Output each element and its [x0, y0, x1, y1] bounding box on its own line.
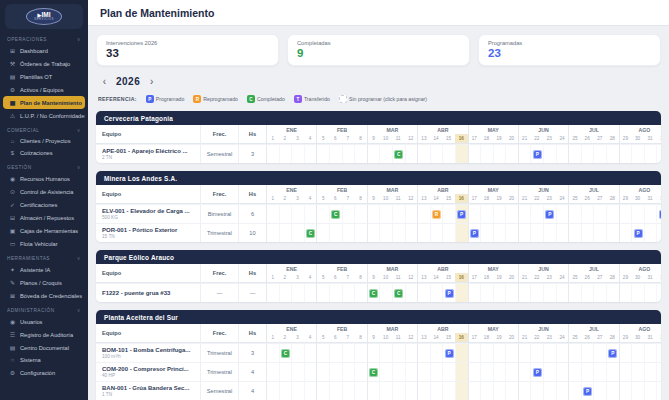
week-cell[interactable] [518, 223, 531, 242]
week-cell[interactable]: P [468, 223, 481, 242]
week-cell[interactable] [619, 283, 632, 302]
week-cell[interactable] [505, 223, 518, 242]
week-cell[interactable] [455, 144, 468, 163]
week-cell[interactable] [568, 144, 581, 163]
marker-r[interactable]: R [432, 210, 441, 219]
week-cell[interactable]: C [392, 144, 405, 163]
prev-year-button[interactable]: ‹ [98, 75, 111, 88]
week-cell[interactable] [405, 362, 418, 381]
week-cell[interactable] [291, 283, 304, 302]
sidebar-section-header[interactable]: COMERCIAL∨ [0, 122, 88, 135]
week-cell[interactable] [518, 381, 531, 400]
week-cell[interactable] [405, 223, 418, 242]
week-cell[interactable] [493, 223, 506, 242]
week-cell[interactable] [417, 343, 430, 362]
week-cell[interactable]: C [367, 283, 380, 302]
week-cell[interactable] [530, 343, 543, 362]
week-cell[interactable] [568, 343, 581, 362]
week-cell[interactable] [493, 144, 506, 163]
week-cell[interactable]: P [442, 283, 455, 302]
week-cell[interactable] [593, 283, 606, 302]
week-cell[interactable] [316, 204, 329, 223]
week-cell[interactable] [480, 223, 493, 242]
week-cell[interactable] [468, 343, 481, 362]
week-cell[interactable] [354, 343, 367, 362]
week-cell[interactable] [505, 144, 518, 163]
week-cell[interactable] [442, 144, 455, 163]
week-cell[interactable] [543, 223, 556, 242]
week-cell[interactable] [493, 283, 506, 302]
week-cell[interactable] [304, 283, 317, 302]
week-cell[interactable]: C [279, 343, 292, 362]
week-cell[interactable]: P [606, 343, 619, 362]
week-cell[interactable] [430, 362, 443, 381]
week-cell[interactable]: P [530, 144, 543, 163]
week-cell[interactable] [480, 283, 493, 302]
week-cell[interactable] [543, 362, 556, 381]
week-cell[interactable] [593, 343, 606, 362]
marker-p[interactable]: P [659, 210, 661, 219]
week-cell[interactable] [329, 283, 342, 302]
week-cell[interactable] [568, 381, 581, 400]
week-cell[interactable] [291, 223, 304, 242]
week-cell[interactable] [392, 381, 405, 400]
sidebar-item-b-veda-de-credenciales[interactable]: ⊠Bóveda de Credenciales [3, 289, 85, 302]
week-cell[interactable] [342, 204, 355, 223]
week-cell[interactable] [279, 381, 292, 400]
week-cell[interactable] [342, 223, 355, 242]
week-cell[interactable] [354, 223, 367, 242]
week-cell[interactable] [581, 343, 594, 362]
sidebar-item-recursos-humanos[interactable]: ◉Recursos Humanos [3, 172, 85, 185]
week-cell[interactable] [342, 144, 355, 163]
week-cell[interactable] [518, 283, 531, 302]
week-cell[interactable] [430, 381, 443, 400]
week-cell[interactable] [543, 144, 556, 163]
week-cell[interactable] [606, 283, 619, 302]
week-cell[interactable] [606, 381, 619, 400]
week-cell[interactable] [417, 144, 430, 163]
week-cell[interactable] [392, 223, 405, 242]
week-cell[interactable] [644, 362, 657, 381]
sidebar-item-certificaciones[interactable]: ✓Certificaciones [3, 198, 85, 211]
marker-p[interactable]: P [545, 210, 554, 219]
week-cell[interactable] [417, 362, 430, 381]
week-cell[interactable]: P [543, 204, 556, 223]
week-cell[interactable] [342, 283, 355, 302]
week-cell[interactable] [379, 283, 392, 302]
week-cell[interactable] [530, 223, 543, 242]
week-cell[interactable] [581, 204, 594, 223]
week-cell[interactable] [405, 343, 418, 362]
week-cell[interactable] [279, 144, 292, 163]
brand-logo[interactable]: ▶IMI SERVICIOS [5, 4, 83, 29]
marker-c[interactable]: C [331, 210, 340, 219]
week-cell[interactable] [480, 381, 493, 400]
week-cell[interactable] [367, 144, 380, 163]
week-cell[interactable] [480, 204, 493, 223]
week-cell[interactable] [593, 144, 606, 163]
week-cell[interactable] [656, 283, 661, 302]
week-cell[interactable] [468, 144, 481, 163]
week-cell[interactable]: R [430, 204, 443, 223]
week-cell[interactable] [316, 144, 329, 163]
week-cell[interactable] [266, 381, 279, 400]
week-cell[interactable] [556, 144, 569, 163]
week-cell[interactable] [581, 362, 594, 381]
week-cell[interactable] [367, 223, 380, 242]
week-cell[interactable] [367, 381, 380, 400]
week-cell[interactable] [392, 343, 405, 362]
sidebar-section-header[interactable]: OPERACIONES∨ [0, 31, 88, 44]
marker-c[interactable]: C [394, 289, 403, 298]
week-cell[interactable] [392, 204, 405, 223]
week-cell[interactable] [656, 144, 661, 163]
week-cell[interactable]: P [455, 204, 468, 223]
week-cell[interactable] [656, 362, 661, 381]
week-cell[interactable] [530, 381, 543, 400]
week-cell[interactable] [291, 144, 304, 163]
marker-c[interactable]: C [369, 289, 378, 298]
week-cell[interactable] [631, 343, 644, 362]
week-cell[interactable] [304, 343, 317, 362]
week-cell[interactable] [631, 362, 644, 381]
sidebar-item-clientes-proyectos[interactable]: ⌂Clientes / Proyectos [3, 135, 85, 147]
week-cell[interactable] [266, 223, 279, 242]
week-cell[interactable] [329, 362, 342, 381]
